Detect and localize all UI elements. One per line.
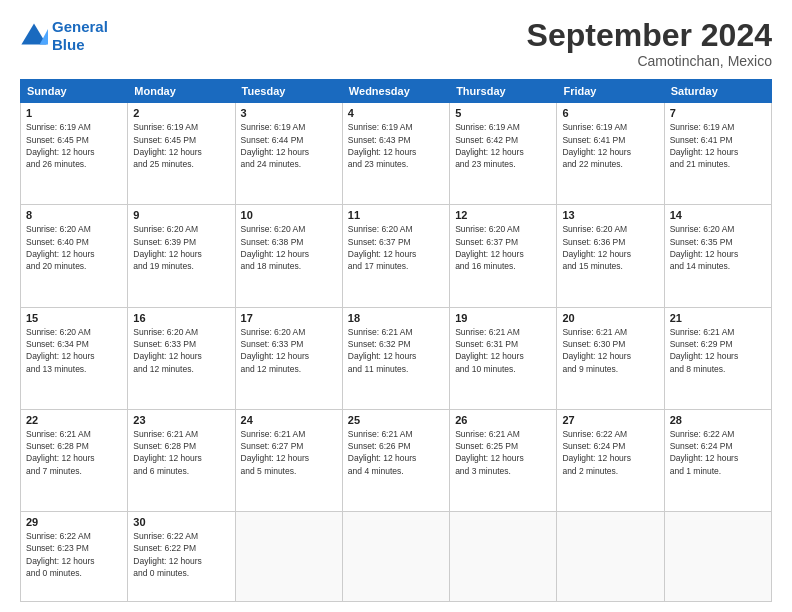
calendar-cell: 20Sunrise: 6:21 AMSunset: 6:30 PMDayligh… <box>557 307 664 409</box>
calendar-cell: 14Sunrise: 6:20 AMSunset: 6:35 PMDayligh… <box>664 205 771 307</box>
day-number: 29 <box>26 516 122 528</box>
day-info: Sunrise: 6:19 AMSunset: 6:42 PMDaylight:… <box>455 121 551 170</box>
day-number: 2 <box>133 107 229 119</box>
calendar-cell: 26Sunrise: 6:21 AMSunset: 6:25 PMDayligh… <box>450 409 557 511</box>
logo: General Blue <box>20 18 108 54</box>
day-info: Sunrise: 6:20 AMSunset: 6:36 PMDaylight:… <box>562 223 658 272</box>
day-number: 3 <box>241 107 337 119</box>
day-number: 22 <box>26 414 122 426</box>
day-number: 12 <box>455 209 551 221</box>
day-number: 25 <box>348 414 444 426</box>
calendar-cell: 30Sunrise: 6:22 AMSunset: 6:22 PMDayligh… <box>128 511 235 601</box>
main-title: September 2024 <box>527 18 772 53</box>
calendar-cell: 16Sunrise: 6:20 AMSunset: 6:33 PMDayligh… <box>128 307 235 409</box>
day-info: Sunrise: 6:20 AMSunset: 6:35 PMDaylight:… <box>670 223 766 272</box>
day-number: 4 <box>348 107 444 119</box>
calendar-row: 22Sunrise: 6:21 AMSunset: 6:28 PMDayligh… <box>21 409 772 511</box>
weekday-header: Thursday <box>450 80 557 103</box>
calendar-cell: 9Sunrise: 6:20 AMSunset: 6:39 PMDaylight… <box>128 205 235 307</box>
calendar-cell: 21Sunrise: 6:21 AMSunset: 6:29 PMDayligh… <box>664 307 771 409</box>
day-number: 1 <box>26 107 122 119</box>
calendar-cell: 1Sunrise: 6:19 AMSunset: 6:45 PMDaylight… <box>21 103 128 205</box>
day-info: Sunrise: 6:20 AMSunset: 6:37 PMDaylight:… <box>348 223 444 272</box>
day-info: Sunrise: 6:22 AMSunset: 6:24 PMDaylight:… <box>562 428 658 477</box>
calendar-cell: 24Sunrise: 6:21 AMSunset: 6:27 PMDayligh… <box>235 409 342 511</box>
day-number: 28 <box>670 414 766 426</box>
day-number: 10 <box>241 209 337 221</box>
calendar-cell: 23Sunrise: 6:21 AMSunset: 6:28 PMDayligh… <box>128 409 235 511</box>
day-info: Sunrise: 6:21 AMSunset: 6:26 PMDaylight:… <box>348 428 444 477</box>
header: General Blue September 2024 Camotinchan,… <box>20 18 772 69</box>
day-number: 6 <box>562 107 658 119</box>
weekday-header: Sunday <box>21 80 128 103</box>
day-info: Sunrise: 6:22 AMSunset: 6:23 PMDaylight:… <box>26 530 122 579</box>
day-number: 9 <box>133 209 229 221</box>
calendar-cell: 6Sunrise: 6:19 AMSunset: 6:41 PMDaylight… <box>557 103 664 205</box>
day-info: Sunrise: 6:19 AMSunset: 6:44 PMDaylight:… <box>241 121 337 170</box>
logo-text: General Blue <box>52 18 108 54</box>
calendar-cell <box>235 511 342 601</box>
calendar-cell <box>342 511 449 601</box>
calendar-cell: 22Sunrise: 6:21 AMSunset: 6:28 PMDayligh… <box>21 409 128 511</box>
calendar-cell: 2Sunrise: 6:19 AMSunset: 6:45 PMDaylight… <box>128 103 235 205</box>
day-info: Sunrise: 6:20 AMSunset: 6:33 PMDaylight:… <box>133 326 229 375</box>
calendar-row: 1Sunrise: 6:19 AMSunset: 6:45 PMDaylight… <box>21 103 772 205</box>
weekday-header: Friday <box>557 80 664 103</box>
day-info: Sunrise: 6:21 AMSunset: 6:30 PMDaylight:… <box>562 326 658 375</box>
day-number: 27 <box>562 414 658 426</box>
day-number: 14 <box>670 209 766 221</box>
day-number: 11 <box>348 209 444 221</box>
calendar-cell: 17Sunrise: 6:20 AMSunset: 6:33 PMDayligh… <box>235 307 342 409</box>
calendar-cell <box>664 511 771 601</box>
calendar-cell: 11Sunrise: 6:20 AMSunset: 6:37 PMDayligh… <box>342 205 449 307</box>
day-number: 7 <box>670 107 766 119</box>
day-info: Sunrise: 6:20 AMSunset: 6:40 PMDaylight:… <box>26 223 122 272</box>
weekday-header: Monday <box>128 80 235 103</box>
day-info: Sunrise: 6:21 AMSunset: 6:28 PMDaylight:… <box>26 428 122 477</box>
day-number: 15 <box>26 312 122 324</box>
calendar-cell: 12Sunrise: 6:20 AMSunset: 6:37 PMDayligh… <box>450 205 557 307</box>
day-number: 30 <box>133 516 229 528</box>
day-info: Sunrise: 6:21 AMSunset: 6:25 PMDaylight:… <box>455 428 551 477</box>
day-info: Sunrise: 6:20 AMSunset: 6:34 PMDaylight:… <box>26 326 122 375</box>
calendar-cell: 18Sunrise: 6:21 AMSunset: 6:32 PMDayligh… <box>342 307 449 409</box>
weekday-header: Saturday <box>664 80 771 103</box>
day-info: Sunrise: 6:20 AMSunset: 6:39 PMDaylight:… <box>133 223 229 272</box>
calendar-cell: 25Sunrise: 6:21 AMSunset: 6:26 PMDayligh… <box>342 409 449 511</box>
calendar-cell: 8Sunrise: 6:20 AMSunset: 6:40 PMDaylight… <box>21 205 128 307</box>
day-number: 23 <box>133 414 229 426</box>
title-block: September 2024 Camotinchan, Mexico <box>527 18 772 69</box>
day-number: 20 <box>562 312 658 324</box>
calendar-row: 29Sunrise: 6:22 AMSunset: 6:23 PMDayligh… <box>21 511 772 601</box>
day-info: Sunrise: 6:19 AMSunset: 6:43 PMDaylight:… <box>348 121 444 170</box>
day-info: Sunrise: 6:20 AMSunset: 6:37 PMDaylight:… <box>455 223 551 272</box>
day-number: 16 <box>133 312 229 324</box>
page: General Blue September 2024 Camotinchan,… <box>0 0 792 612</box>
day-info: Sunrise: 6:19 AMSunset: 6:41 PMDaylight:… <box>562 121 658 170</box>
day-info: Sunrise: 6:20 AMSunset: 6:38 PMDaylight:… <box>241 223 337 272</box>
day-info: Sunrise: 6:22 AMSunset: 6:22 PMDaylight:… <box>133 530 229 579</box>
day-info: Sunrise: 6:19 AMSunset: 6:45 PMDaylight:… <box>133 121 229 170</box>
calendar-cell: 29Sunrise: 6:22 AMSunset: 6:23 PMDayligh… <box>21 511 128 601</box>
day-number: 26 <box>455 414 551 426</box>
day-info: Sunrise: 6:21 AMSunset: 6:28 PMDaylight:… <box>133 428 229 477</box>
day-info: Sunrise: 6:20 AMSunset: 6:33 PMDaylight:… <box>241 326 337 375</box>
calendar-cell: 4Sunrise: 6:19 AMSunset: 6:43 PMDaylight… <box>342 103 449 205</box>
calendar-cell: 28Sunrise: 6:22 AMSunset: 6:24 PMDayligh… <box>664 409 771 511</box>
calendar-cell: 15Sunrise: 6:20 AMSunset: 6:34 PMDayligh… <box>21 307 128 409</box>
calendar-row: 15Sunrise: 6:20 AMSunset: 6:34 PMDayligh… <box>21 307 772 409</box>
day-info: Sunrise: 6:21 AMSunset: 6:32 PMDaylight:… <box>348 326 444 375</box>
day-number: 18 <box>348 312 444 324</box>
day-number: 19 <box>455 312 551 324</box>
calendar-cell: 10Sunrise: 6:20 AMSunset: 6:38 PMDayligh… <box>235 205 342 307</box>
day-number: 24 <box>241 414 337 426</box>
calendar-table: SundayMondayTuesdayWednesdayThursdayFrid… <box>20 79 772 602</box>
calendar-cell: 3Sunrise: 6:19 AMSunset: 6:44 PMDaylight… <box>235 103 342 205</box>
calendar-cell <box>450 511 557 601</box>
day-info: Sunrise: 6:21 AMSunset: 6:29 PMDaylight:… <box>670 326 766 375</box>
logo-icon <box>20 22 48 50</box>
calendar-header-row: SundayMondayTuesdayWednesdayThursdayFrid… <box>21 80 772 103</box>
subtitle: Camotinchan, Mexico <box>527 53 772 69</box>
day-number: 13 <box>562 209 658 221</box>
day-number: 8 <box>26 209 122 221</box>
